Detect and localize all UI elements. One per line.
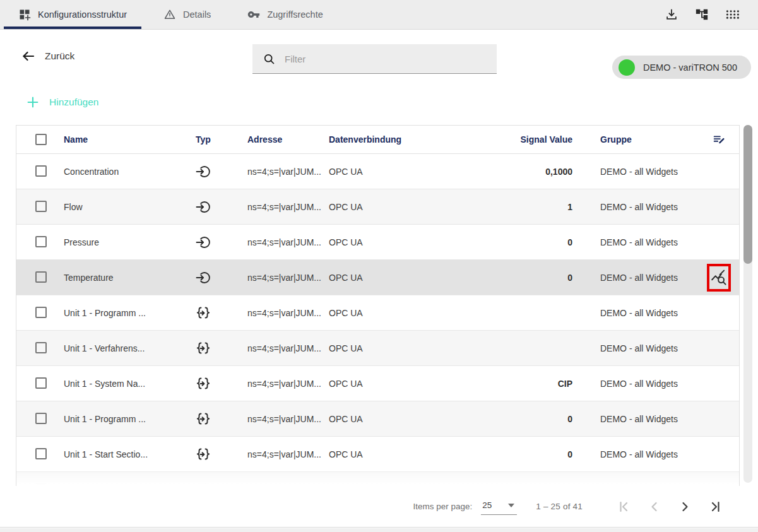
row-name: Temperature	[62, 273, 188, 283]
back-label: Zurück	[45, 50, 74, 62]
tag-brace-icon	[196, 377, 240, 391]
row-name: Concentration	[62, 167, 188, 177]
first-page-icon[interactable]	[617, 499, 632, 514]
signals-table: Name Typ Adresse Datenverbindung Signal …	[16, 125, 740, 488]
page-bottom-strip	[0, 528, 758, 532]
last-page-icon[interactable]	[708, 499, 723, 514]
row-signal-value: 0	[471, 414, 576, 424]
device-status-label: DEMO - variTRON 500	[643, 62, 737, 73]
table-header-row: Name Typ Adresse Datenverbindung Signal …	[16, 126, 739, 154]
tag-brace-icon	[196, 306, 240, 320]
tab-details[interactable]: Details	[145, 0, 229, 29]
plus-icon	[26, 95, 40, 109]
row-address: ns=4;s=|var|JUM...	[240, 273, 329, 283]
next-page-icon[interactable]	[677, 499, 692, 514]
column-header-adresse: Adresse	[240, 134, 329, 145]
row-connection: OPC UA	[329, 167, 471, 177]
key-icon	[247, 8, 260, 21]
signal-input-icon	[196, 235, 240, 249]
row-connection: OPC UA	[329, 273, 471, 283]
row-action-annotation	[707, 264, 731, 292]
add-button[interactable]: Hinzufügen	[26, 95, 98, 109]
row-address: ns=4;s=|var|JUM...	[240, 308, 329, 318]
signal-input-icon	[196, 200, 240, 214]
row-address: ns=4;s=|var|JUM...	[240, 202, 329, 212]
select-all-checkbox[interactable]	[35, 134, 47, 145]
tab-zugriffsrechte[interactable]: Zugriffsrechte	[229, 0, 341, 29]
row-checkbox[interactable]	[35, 236, 47, 247]
active-tab-indicator	[4, 27, 141, 29]
tag-brace-icon	[196, 447, 240, 461]
table-row[interactable]: Pressure ns=4;s=|var|JUM... OPC UA 0 DEM…	[16, 225, 739, 260]
row-name: Unit 1 - Programm ...	[62, 308, 188, 318]
row-name: Unit 1 - Programm ...	[62, 414, 188, 424]
row-address: ns=4;s=|var|JUM...	[240, 343, 329, 353]
tag-brace-icon	[196, 341, 240, 355]
table-row[interactable]: Unit 1 - Programm ... ns=4;s=|var|JUM...…	[16, 295, 739, 331]
row-checkbox[interactable]	[35, 413, 47, 424]
row-checkbox[interactable]	[35, 201, 47, 212]
table-row[interactable]: Unit 1 - Start Sectio... ns=4;s=|var|JUM…	[16, 437, 739, 472]
download-icon[interactable]	[661, 4, 682, 25]
row-checkbox[interactable]	[35, 165, 47, 177]
table-body: Concentration ns=4;s=|var|JUM... OPC UA …	[16, 154, 739, 488]
back-arrow-icon	[21, 49, 36, 64]
row-checkbox[interactable]	[35, 377, 47, 389]
column-header-typ: Typ	[188, 134, 240, 145]
device-status-chip[interactable]: DEMO - variTRON 500	[612, 56, 751, 79]
row-checkbox[interactable]	[35, 448, 47, 459]
row-connection: OPC UA	[329, 237, 471, 247]
previous-page-icon[interactable]	[647, 499, 662, 514]
row-group: DEMO - all Widgets	[576, 202, 699, 212]
filter-input[interactable]	[285, 54, 487, 64]
apps-grid-icon[interactable]	[721, 4, 744, 25]
table-row[interactable]: Temperature ns=4;s=|var|JUM... OPC UA 0 …	[16, 260, 739, 295]
row-name: Pressure	[62, 237, 188, 247]
row-checkbox[interactable]	[35, 307, 47, 318]
paginator: Items per page: 25 1 – 25 of 41	[0, 486, 758, 528]
tab-label: Details	[183, 9, 211, 20]
row-address: ns=4;s=|var|JUM...	[240, 449, 329, 459]
row-name: Unit 1 - Start Sectio...	[62, 449, 188, 459]
connection-tree-icon[interactable]	[691, 4, 713, 25]
tab-bar: Konfigurationsstruktur Details Zugriffsr…	[0, 0, 758, 30]
column-header-name: Name	[62, 134, 188, 145]
row-group: DEMO - all Widgets	[576, 273, 699, 283]
row-signal-value: 1	[471, 202, 576, 212]
vertical-scrollbar-track	[743, 125, 752, 483]
items-per-page-select[interactable]: 25	[481, 498, 517, 515]
row-connection: OPC UA	[329, 343, 471, 353]
signal-analysis-icon[interactable]	[711, 269, 727, 286]
table-row[interactable]: Concentration ns=4;s=|var|JUM... OPC UA …	[16, 154, 739, 189]
row-signal-value: 0	[471, 273, 576, 283]
row-signal-value: 0,1000	[471, 167, 576, 177]
column-header-signal-value: Signal Value	[471, 134, 576, 145]
table-row[interactable]: Unit 1 - System Na... ns=4;s=|var|JUM...…	[16, 366, 739, 401]
tabbar-actions	[661, 4, 758, 25]
items-per-page-value: 25	[482, 500, 492, 510]
table-row[interactable]: Unit 1 - Programm ... ns=4;s=|var|JUM...…	[16, 401, 739, 437]
vertical-scrollbar-thumb[interactable]	[743, 125, 752, 264]
tab-konfigurationsstruktur[interactable]: Konfigurationsstruktur	[0, 0, 145, 29]
column-header-datenverbindung: Datenverbindung	[329, 134, 471, 145]
dropdown-caret-icon	[508, 504, 514, 507]
signal-input-icon	[196, 271, 240, 285]
row-connection: OPC UA	[329, 379, 471, 389]
page-range-label: 1 – 25 of 41	[536, 502, 583, 511]
row-group: DEMO - all Widgets	[576, 414, 699, 424]
row-address: ns=4;s=|var|JUM...	[240, 237, 329, 247]
row-group: DEMO - all Widgets	[576, 237, 699, 247]
row-name: Unit 1 - System Na...	[62, 379, 188, 389]
row-name: Unit 1 - Verfahrens...	[62, 343, 188, 353]
row-checkbox[interactable]	[35, 342, 47, 353]
back-button[interactable]: Zurück	[21, 49, 74, 64]
items-per-page-label: Items per page:	[413, 502, 472, 511]
table-row[interactable]: Unit 1 - Verfahrens... ns=4;s=|var|JUM..…	[16, 331, 739, 366]
row-group: DEMO - all Widgets	[576, 167, 699, 177]
row-address: ns=4;s=|var|JUM...	[240, 379, 329, 389]
row-name: Flow	[62, 202, 188, 212]
table-row[interactable]: Flow ns=4;s=|var|JUM... OPC UA 1 DEMO - …	[16, 189, 739, 225]
tab-label: Zugriffsrechte	[267, 9, 323, 20]
edit-columns-icon[interactable]	[712, 133, 726, 146]
row-checkbox[interactable]	[35, 271, 47, 283]
